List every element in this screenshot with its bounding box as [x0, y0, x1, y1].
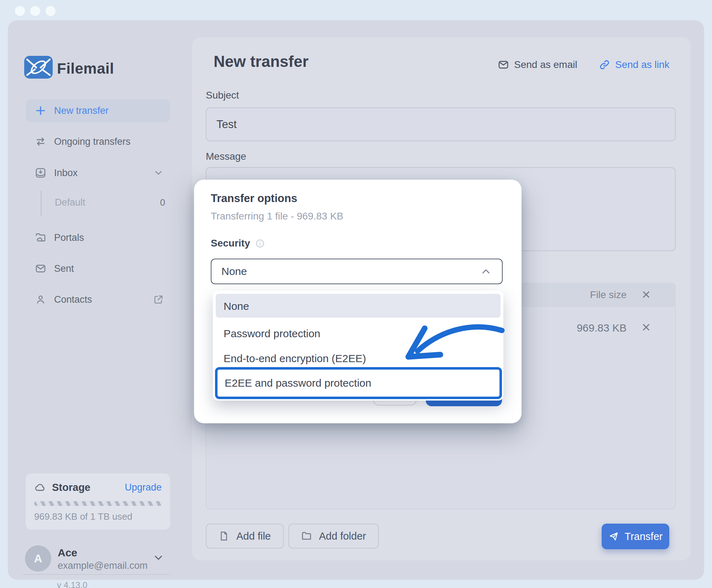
remove-all-files-icon[interactable] — [641, 289, 651, 300]
file-icon — [219, 531, 229, 541]
sent-envelope-icon — [35, 263, 46, 274]
sidebar-item-contacts[interactable]: Contacts — [26, 288, 170, 311]
sidebar-item-label: New transfer — [54, 105, 109, 116]
sidebar-item-portals[interactable]: Portals — [26, 226, 170, 249]
sidebar-item-sent[interactable]: Sent — [26, 257, 170, 280]
sidebar-item-inbox[interactable]: Inbox — [26, 161, 170, 184]
sidebar-divider — [23, 574, 170, 575]
send-as-link-button[interactable]: Send as link — [599, 59, 670, 70]
add-folder-button[interactable]: Add folder — [288, 524, 379, 549]
sidebar-item-label: Inbox — [54, 168, 78, 179]
add-file-label: Add file — [236, 530, 271, 542]
profile-name: Ace — [58, 547, 77, 559]
subject-input[interactable] — [206, 107, 676, 141]
window-control-dot[interactable] — [30, 6, 40, 16]
link-icon — [599, 59, 610, 70]
sidebar-item-label: Portals — [54, 232, 84, 243]
option-e2ee[interactable]: End-to-end encryption (E2EE) — [224, 353, 494, 365]
modal-subtitle: Transferring 1 file - 969.83 KB — [211, 211, 343, 222]
sidebar-item-label: Ongoing transfers — [54, 136, 131, 147]
profile-email: example@email.com — [58, 560, 148, 571]
plus-icon — [35, 105, 46, 116]
security-label-text: Security — [211, 238, 250, 249]
folder-icon — [301, 531, 312, 541]
sidebar-item-ongoing-transfers[interactable]: Ongoing transfers — [26, 130, 170, 153]
avatar[interactable]: A — [25, 545, 51, 572]
add-file-button[interactable]: Add file — [206, 524, 284, 549]
sidebar-item-label: Default — [55, 197, 85, 208]
inbox-default-count: 0 — [160, 197, 165, 208]
sidebar-item-default[interactable]: Default 0 — [50, 191, 170, 214]
file-row-size: 969.83 KB — [545, 322, 627, 334]
option-password-protection[interactable]: Password protection — [224, 328, 494, 340]
add-folder-label: Add folder — [319, 530, 366, 542]
sidebar-item-label: Contacts — [54, 294, 92, 305]
external-link-icon[interactable] — [153, 294, 164, 305]
profile-chevron-down-icon[interactable] — [152, 552, 164, 564]
send-as-email-label: Send as email — [514, 59, 577, 70]
info-icon — [255, 239, 265, 248]
sidebar-item-label: Sent — [54, 263, 74, 274]
cloud-icon — [34, 481, 46, 493]
message-label: Message — [206, 151, 246, 162]
window-control-dot[interactable] — [46, 6, 56, 16]
send-as-email-button[interactable]: Send as email — [498, 59, 577, 70]
contacts-person-icon — [35, 294, 46, 305]
chevron-down-icon[interactable] — [153, 168, 164, 178]
modal-title: Transfer options — [211, 192, 297, 205]
filemail-logo-icon — [24, 56, 53, 79]
app-version: v 4.13.0 — [57, 580, 87, 588]
security-selected-value: None — [221, 265, 247, 277]
transfers-icon — [35, 136, 46, 147]
chevron-up-icon — [480, 265, 492, 277]
subject-label: Subject — [206, 90, 239, 101]
brand-name: Filemail — [57, 60, 114, 77]
option-none[interactable]: None — [224, 300, 494, 312]
inbox-sub-indent-line — [41, 190, 42, 217]
email-icon — [498, 59, 509, 70]
security-label: Security — [211, 238, 265, 249]
transfer-label: Transfer — [625, 531, 663, 542]
storage-usage-text: 969.83 KB of 1 TB used — [34, 511, 132, 522]
paper-plane-icon — [608, 531, 619, 542]
remove-file-icon[interactable] — [641, 322, 651, 333]
option-e2ee-and-password[interactable]: E2EE and password protection — [215, 367, 502, 399]
file-size-column-header: File size — [555, 289, 627, 301]
upgrade-link[interactable]: Upgrade — [125, 482, 162, 493]
portal-folder-icon — [35, 232, 46, 243]
page-title: New transfer — [214, 53, 309, 70]
storage-title: Storage — [52, 482, 90, 493]
sidebar-item-new-transfer[interactable]: New transfer — [26, 99, 170, 122]
send-as-link-label: Send as link — [615, 59, 670, 70]
window-control-dot[interactable] — [15, 6, 25, 16]
security-select[interactable]: None — [211, 259, 503, 284]
transfer-button[interactable]: Transfer — [602, 524, 669, 549]
storage-progress-bar — [34, 501, 162, 506]
inbox-icon — [35, 167, 46, 179]
